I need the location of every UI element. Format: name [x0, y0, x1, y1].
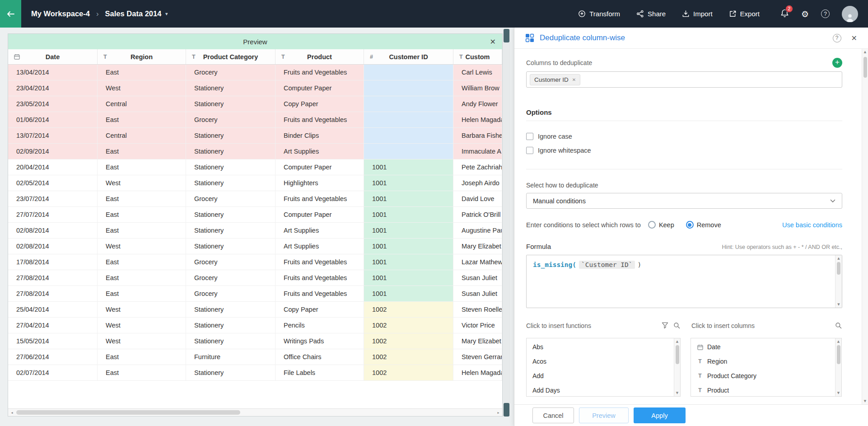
scroll-up-icon[interactable]: ▲ [835, 338, 841, 345]
table-row[interactable]: 27/08/2014EastGroceryFruits and Vegetabl… [8, 270, 502, 286]
scroll-up-icon[interactable]: ▲ [862, 49, 868, 55]
column-header-region[interactable]: T Region [98, 49, 186, 64]
scroll-left-icon[interactable]: ◂ [8, 409, 16, 416]
help-icon[interactable]: ? [821, 9, 830, 18]
column-header-customer-id[interactable]: # Customer ID [364, 49, 453, 64]
table-row[interactable]: 02/05/2014WestStationeryHighlighters1001… [8, 175, 502, 191]
vertical-scrollbar-thumb[interactable] [504, 29, 509, 42]
table-row[interactable]: 20/04/2014EastStationeryComputer Paper10… [8, 159, 502, 175]
scroll-right-icon[interactable]: ▸ [495, 409, 502, 416]
columns-to-deduplicate-input[interactable]: Customer ID ✕ [526, 71, 842, 88]
avatar[interactable] [842, 6, 858, 22]
table-row[interactable]: 02/09/2014EastStationeryArt SuppliesImma… [8, 144, 502, 159]
table-row[interactable]: 01/06/2014EastGroceryFruits and Vegetabl… [8, 112, 502, 128]
table-row[interactable]: 13/07/2014CentralStationeryBinder ClipsB… [8, 128, 502, 144]
table-cell: 15/05/2014 [8, 333, 98, 349]
ignore-whitespace-checkbox[interactable]: Ignore whitespace [526, 147, 591, 154]
column-header-product-category[interactable]: T Product Category [186, 49, 275, 64]
search-functions-icon[interactable] [673, 322, 680, 329]
preview-close-icon[interactable]: ✕ [490, 34, 496, 49]
horizontal-scrollbar[interactable]: ◂ ▸ [8, 408, 502, 416]
table-row[interactable]: 27/04/2014WestStationeryPencils1002Victo… [8, 318, 502, 333]
scroll-down-icon[interactable]: ▼ [835, 390, 841, 396]
table-cell: 1002 [364, 318, 453, 333]
table-cell: Susan Juliet [453, 286, 502, 301]
function-item-add-days[interactable]: Add Days [527, 383, 674, 396]
dedupe-method-select[interactable]: Manual conditions [526, 193, 842, 209]
table-row[interactable]: 27/07/2014EastStationeryComputer Paper10… [8, 207, 502, 223]
remove-chip-icon[interactable]: ✕ [572, 77, 576, 82]
navbar-action-transform[interactable]: Transform [578, 10, 620, 18]
column-header-custom[interactable]: T Custom [453, 49, 502, 64]
vertical-scrollbar[interactable] [503, 29, 510, 417]
table-row[interactable]: 02/08/2014WestStationeryArt Supplies1001… [8, 239, 502, 254]
table-cell: Grocery [186, 112, 275, 127]
use-basic-conditions-link[interactable]: Use basic conditions [782, 221, 842, 229]
panel-help-icon[interactable]: ? [833, 34, 841, 42]
functions-scrollbar-thumb[interactable] [676, 345, 679, 364]
table-cell: Stationery [186, 333, 275, 349]
notifications-button[interactable]: 2 [780, 9, 789, 19]
keep-radio[interactable]: Keep [648, 221, 674, 229]
table-row[interactable]: 02/08/2014EastStationeryArt Supplies1001… [8, 223, 502, 239]
dataset-caret-icon[interactable]: ▾ [165, 11, 168, 16]
columns-scrollbar-thumb[interactable] [837, 345, 840, 364]
function-item-abs[interactable]: Abs [527, 340, 674, 354]
add-column-button[interactable]: + [832, 58, 842, 68]
function-item-acos[interactable]: Acos [527, 354, 674, 369]
ignore-case-checkbox[interactable]: Ignore case [526, 133, 572, 140]
table-cell: Art Supplies [275, 144, 364, 159]
column-chip[interactable]: Customer ID ✕ [530, 74, 580, 85]
back-button[interactable] [0, 0, 21, 28]
scroll-up-icon[interactable]: ▲ [835, 255, 842, 262]
functions-list-scrollbar[interactable]: ▲ ▼ [674, 338, 680, 396]
table-row[interactable]: 23/04/2014WestStationeryComputer PaperWi… [8, 80, 502, 96]
formula-scrollbar-thumb[interactable] [837, 262, 840, 275]
table-row[interactable]: 25/04/2014WestStationeryCopy Paper1002St… [8, 302, 502, 318]
table-row[interactable]: 17/08/2014EastGroceryFruits and Vegetabl… [8, 254, 502, 270]
navbar-action-import[interactable]: Import [682, 10, 713, 18]
table-cell: Grocery [186, 286, 275, 301]
scroll-up-icon[interactable]: ▲ [674, 338, 680, 345]
scroll-down-icon[interactable]: ▼ [835, 301, 842, 308]
table-cell: 1002 [364, 349, 453, 365]
table-row[interactable]: 27/08/2014EastGroceryFruits and Vegetabl… [8, 286, 502, 302]
filter-icon[interactable] [662, 322, 668, 328]
table-cell: 27/06/2014 [8, 349, 98, 365]
column-item-region[interactable]: T Region [691, 354, 835, 369]
column-item-date[interactable]: Date [691, 340, 835, 354]
scroll-down-icon[interactable]: ▼ [862, 398, 868, 404]
column-header-date[interactable]: Date [8, 49, 98, 64]
table-row[interactable]: 23/05/2014CentralStationeryCopy PaperAnd… [8, 96, 502, 112]
column-item-product[interactable]: T Product [691, 383, 835, 396]
workspace-name[interactable]: My Workspace-4 [31, 9, 90, 18]
formula-function: is_missing( [533, 261, 576, 268]
settings-gear-icon[interactable]: ⚙ [801, 9, 809, 19]
formula-editor[interactable]: is_missing( `Customer ID` ) ▲ ▼ [526, 255, 842, 308]
scroll-down-icon[interactable]: ▼ [674, 390, 680, 396]
dataset-name[interactable]: Sales Data 2014 [105, 9, 162, 18]
column-header-product[interactable]: T Product [275, 49, 364, 64]
table-cell: 27/08/2014 [8, 270, 98, 286]
columns-list-scrollbar[interactable]: ▲ ▼ [835, 338, 841, 396]
search-columns-icon[interactable] [835, 322, 842, 329]
column-item-product-category[interactable]: T Product Category [691, 369, 835, 383]
panel-scrollbar-thumb[interactable] [863, 57, 867, 78]
table-row[interactable]: 13/04/2014EastGroceryFruits and Vegetabl… [8, 65, 502, 80]
remove-radio[interactable]: Remove [686, 221, 721, 229]
cancel-button[interactable]: Cancel [532, 407, 574, 423]
table-row[interactable]: 27/06/2014EastFurnitureOffice Chairs1002… [8, 349, 502, 365]
table-row[interactable]: 23/07/2014EastGroceryFruits and Vegetabl… [8, 191, 502, 207]
navbar-action-share[interactable]: Share [636, 10, 666, 18]
preview-button[interactable]: Preview [579, 407, 629, 423]
table-row[interactable]: 02/07/2014EastStationeryFile Labels1002H… [8, 365, 502, 381]
function-item-add[interactable]: Add [527, 369, 674, 383]
panel-scrollbar[interactable]: ▲ ▼ [862, 49, 868, 404]
navbar-action-export[interactable]: Export [729, 10, 760, 18]
formula-scrollbar[interactable]: ▲ ▼ [835, 255, 842, 308]
table-row[interactable]: 15/05/2014WestStationeryWritings Pads100… [8, 333, 502, 349]
horizontal-scrollbar-thumb[interactable] [16, 410, 240, 415]
vertical-scrollbar-bottom-button[interactable] [504, 403, 509, 417]
panel-close-icon[interactable]: ✕ [851, 34, 857, 42]
apply-button[interactable]: Apply [634, 407, 686, 423]
